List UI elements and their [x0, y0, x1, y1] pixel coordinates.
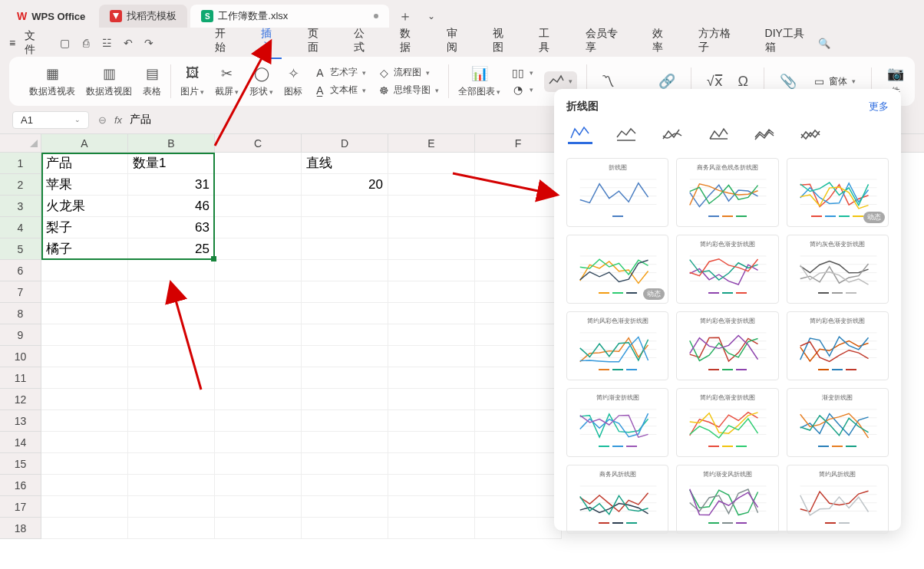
cell[interactable] — [388, 260, 475, 281]
chart-thumbnail[interactable]: 简约彩色渐变折线图 — [787, 311, 889, 380]
row-header-3[interactable]: 3 — [0, 196, 41, 217]
row-header-2[interactable]: 2 — [0, 174, 41, 196]
cell[interactable] — [128, 475, 215, 496]
sparkline-icon[interactable]: 〽 — [601, 74, 615, 90]
hamburger-icon[interactable]: ≡ — [9, 37, 15, 49]
cell[interactable] — [215, 260, 302, 281]
menu-diy[interactable]: DIY工具箱 — [765, 27, 812, 59]
cell[interactable] — [215, 324, 302, 346]
cell[interactable] — [302, 389, 388, 410]
cell[interactable] — [215, 153, 302, 174]
menu-review[interactable]: 审阅 — [447, 27, 467, 59]
cell[interactable] — [475, 432, 562, 453]
attachment-icon[interactable]: 📎 — [780, 73, 797, 90]
pie-chart-button[interactable]: ◔▾ — [511, 84, 533, 96]
cell[interactable] — [215, 453, 302, 475]
cell[interactable] — [388, 281, 475, 303]
cell[interactable] — [388, 367, 475, 389]
print-icon[interactable]: ⎙ — [79, 37, 94, 49]
row-header-18[interactable]: 18 — [0, 518, 41, 539]
cell[interactable] — [302, 346, 388, 367]
cell[interactable] — [475, 346, 562, 367]
chart-thumbnail[interactable]: 简约渐变折线图 — [566, 388, 668, 457]
row-header-6[interactable]: 6 — [0, 260, 41, 281]
row-header-15[interactable]: 15 — [0, 453, 41, 475]
cell[interactable]: 橘子 — [41, 238, 128, 260]
menu-start[interactable]: 开始 — [215, 27, 235, 59]
cell[interactable]: 直线 — [302, 153, 388, 174]
cell[interactable] — [388, 196, 475, 217]
row-header-1[interactable]: 1 — [0, 153, 41, 174]
cell[interactable] — [302, 260, 388, 281]
cell[interactable] — [388, 346, 475, 367]
cell[interactable] — [215, 346, 302, 367]
cell[interactable] — [215, 196, 302, 217]
file-menu[interactable]: 文件 — [25, 29, 45, 57]
cell[interactable] — [475, 496, 562, 518]
menu-vip[interactable]: 会员专享 — [586, 27, 626, 59]
cell[interactable] — [41, 367, 128, 389]
chart-thumbnail[interactable]: 简约灰色渐变折线图 — [787, 235, 889, 304]
menu-ffgz[interactable]: 方方格子 — [698, 27, 739, 59]
panel-more-link[interactable]: 更多 — [869, 100, 889, 113]
cell[interactable]: 苹果 — [41, 174, 128, 196]
cell[interactable] — [215, 367, 302, 389]
cell[interactable] — [302, 217, 388, 238]
preview-icon[interactable]: ☳ — [100, 37, 114, 49]
cell[interactable] — [41, 389, 128, 410]
cell[interactable] — [41, 346, 128, 367]
cancel-icon[interactable]: ⊖ — [98, 114, 107, 126]
cell[interactable] — [475, 303, 562, 324]
col-header-F[interactable]: F — [475, 134, 562, 152]
cell[interactable] — [388, 432, 475, 453]
cell[interactable] — [475, 281, 562, 303]
cell[interactable] — [302, 432, 388, 453]
shape-button[interactable]: ◯形状▾ — [249, 65, 273, 98]
cell[interactable] — [302, 518, 388, 539]
menu-insert[interactable]: 插入 — [261, 27, 281, 59]
cell[interactable] — [41, 260, 128, 281]
chart-type-option[interactable] — [706, 124, 731, 144]
cell[interactable] — [41, 475, 128, 496]
cell[interactable] — [475, 153, 562, 174]
cell[interactable] — [128, 389, 215, 410]
cell[interactable]: 火龙果 — [41, 196, 128, 217]
cell[interactable] — [388, 518, 475, 539]
chart-thumbnail[interactable]: 简约渐变风折线图 — [676, 465, 778, 534]
cell[interactable] — [215, 496, 302, 518]
row-header-13[interactable]: 13 — [0, 410, 41, 432]
cell[interactable] — [41, 324, 128, 346]
template-tab[interactable]: 找稻壳模板 — [99, 5, 187, 28]
cell[interactable] — [475, 453, 562, 475]
chart-thumbnail[interactable]: 简约风折线图 — [787, 465, 889, 534]
row-header-12[interactable]: 12 — [0, 389, 41, 410]
document-tab[interactable]: S 工作簿数量.xlsx — [190, 5, 389, 28]
menu-page[interactable]: 页面 — [308, 27, 328, 59]
cell[interactable] — [388, 238, 475, 260]
chart-thumbnail[interactable]: 折线图 — [566, 158, 668, 227]
cell[interactable] — [128, 518, 215, 539]
cell[interactable] — [128, 303, 215, 324]
table-button[interactable]: ▤表格 — [143, 65, 161, 98]
cell[interactable] — [128, 410, 215, 432]
cell[interactable] — [215, 518, 302, 539]
cell[interactable] — [128, 496, 215, 518]
row-header-4[interactable]: 4 — [0, 217, 41, 238]
cell[interactable] — [302, 367, 388, 389]
chart-thumbnail[interactable]: 商务风折线图 — [566, 465, 668, 534]
pivot-table-button[interactable]: ▦数据透视表 — [29, 65, 75, 98]
cell[interactable] — [215, 389, 302, 410]
flowchart-button[interactable]: ◇流程图▾ — [377, 66, 439, 79]
pivot-chart-button[interactable]: ▥数据透视图 — [86, 65, 132, 98]
cell[interactable] — [128, 453, 215, 475]
cell[interactable] — [302, 238, 388, 260]
cell[interactable] — [388, 217, 475, 238]
new-tab-button[interactable]: ＋ — [392, 4, 418, 28]
chart-thumbnail[interactable]: 简约彩色渐变折线图 — [676, 388, 778, 457]
menu-view[interactable]: 视图 — [493, 27, 513, 59]
all-charts-button[interactable]: 📊全部图表▾ — [458, 65, 500, 98]
chart-thumbnail[interactable]: 动态 — [787, 158, 889, 227]
cell[interactable] — [388, 303, 475, 324]
cell[interactable] — [302, 324, 388, 346]
name-box[interactable]: A1 ⌄ — [12, 111, 89, 129]
